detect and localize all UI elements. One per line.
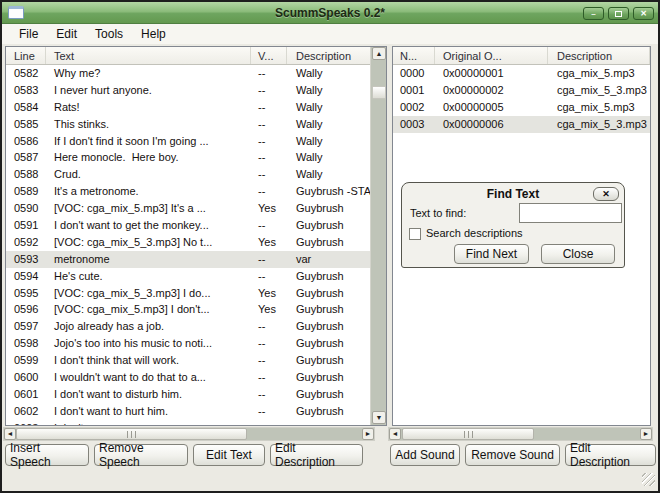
find-next-button[interactable]: Find Next — [454, 244, 529, 264]
table-row[interactable]: 0597Jojo already has a job.--Guybrush — [6, 318, 372, 335]
add-sound-button[interactable]: Add Sound — [390, 444, 460, 466]
table-row[interactable]: 0586If I don't find it soon I'm going ..… — [6, 133, 372, 150]
cell-voc: -- — [251, 116, 287, 133]
table-row[interactable]: 0591I don't want to get the monkey...--G… — [6, 217, 372, 234]
table-row[interactable]: 00020x00000005cga_mix_5.mp3 — [393, 99, 650, 116]
table-row[interactable]: 0598Jojo's too into his music to noti...… — [6, 335, 372, 352]
table-row[interactable]: 0594He's cute.--Guybrush — [6, 268, 372, 285]
table-row[interactable]: 0582Why me?--Wally — [6, 65, 372, 82]
cell-description: Wally — [287, 149, 372, 166]
cell-offset: 0x00000006 — [435, 116, 548, 133]
cell-voc: -- — [251, 82, 287, 99]
table-row[interactable]: 00010x00000002cga_mix_5_3.mp3 — [393, 82, 650, 99]
column-header[interactable]: Original O... — [435, 47, 548, 64]
speech-vertical-scrollbar[interactable]: ▲ ▼ — [370, 47, 386, 425]
column-header[interactable]: N... — [393, 47, 435, 64]
table-row[interactable]: 00000x00000001cga_mix_5.mp3 — [393, 65, 650, 82]
scroll-right-icon: ► — [365, 430, 372, 437]
cell-line: 0586 — [6, 133, 46, 150]
table-row[interactable]: 0599I don't think that will work.--Guybr… — [6, 352, 372, 369]
table-row[interactable]: 0587Here monocle. Here boy.--Wally — [6, 149, 372, 166]
scroll-left-icon: ◄ — [392, 430, 399, 437]
cell-text: This stinks. — [46, 116, 251, 133]
menu-item-file[interactable]: File — [10, 25, 47, 44]
cell-voc: -- — [251, 335, 287, 352]
close-icon: ✕ — [602, 189, 610, 199]
column-header[interactable]: Description — [548, 47, 650, 64]
scroll-up-icon: ▲ — [376, 50, 383, 57]
minimize-icon: – — [591, 10, 595, 18]
maximize-button[interactable] — [608, 7, 629, 20]
table-row[interactable]: 0585This stinks.--Wally — [6, 116, 372, 133]
edit-text-button[interactable]: Edit Text — [193, 444, 265, 466]
cell-line: 0585 — [6, 116, 46, 133]
cell-voc: Yes — [251, 234, 287, 251]
menu-item-help[interactable]: Help — [132, 25, 175, 44]
cell-text: [VOC: cga_mix_5_3.mp3] I do... — [46, 285, 251, 302]
cell-text: Rats! — [46, 99, 251, 116]
table-row[interactable]: 0602I don't want to hurt him.--Guybrush — [6, 403, 372, 420]
column-header[interactable]: Line — [6, 47, 46, 64]
close-button[interactable]: ✕ — [633, 7, 654, 20]
table-row[interactable]: 0603I don't... — [6, 420, 372, 426]
edit-description-button[interactable]: Edit Description — [565, 444, 656, 466]
cell-description — [287, 420, 372, 426]
cell-text: I don't... — [46, 420, 251, 426]
scroll-left-button[interactable]: ◄ — [4, 428, 16, 440]
edit-description-button[interactable]: Edit Description — [270, 444, 363, 466]
insert-speech-button[interactable]: Insert Speech — [5, 444, 89, 466]
scroll-down-button[interactable]: ▼ — [372, 411, 386, 424]
minimize-button[interactable]: – — [583, 7, 604, 20]
speech-table-body: 0582Why me?--Wally0583I never hurt anyon… — [6, 65, 372, 426]
search-descriptions-checkbox[interactable] — [409, 228, 421, 240]
table-row[interactable]: 00030x00000006cga_mix_5_3.mp3 — [393, 116, 650, 133]
cell-description: cga_mix_5.mp3 — [548, 99, 650, 116]
cell-num: 0003 — [393, 116, 435, 133]
find-input[interactable] — [519, 203, 622, 223]
cell-text: Jojo's too into his music to noti... — [46, 335, 251, 352]
column-header[interactable]: V... — [251, 47, 287, 64]
cell-offset: 0x00000001 — [435, 65, 548, 82]
cell-text: If I don't find it soon I'm going ... — [46, 133, 251, 150]
table-row[interactable]: 0588Crud.--Wally — [6, 166, 372, 183]
cell-description: Guybrush — [287, 268, 372, 285]
scrollbar-thumb[interactable] — [372, 86, 386, 99]
scroll-right-button[interactable]: ► — [640, 428, 652, 440]
sound-horizontal-scrollbar[interactable]: ◄ ► — [388, 427, 653, 441]
table-row[interactable]: 0584Rats!--Wally — [6, 99, 372, 116]
table-row[interactable]: 0595[VOC: cga_mix_5_3.mp3] I do...YesGuy… — [6, 285, 372, 302]
menu-item-tools[interactable]: Tools — [86, 25, 132, 44]
cell-description: Wally — [287, 166, 372, 183]
table-row[interactable]: 0592[VOC: cga_mix_5_3.mp3] No t...YesGuy… — [6, 234, 372, 251]
cell-text: It's a metronome. — [46, 183, 251, 200]
table-row[interactable]: 0596[VOC: cga_mix_5.mp3] I don't...YesGu… — [6, 301, 372, 318]
speech-horizontal-scrollbar[interactable]: ◄ ► — [3, 427, 375, 441]
table-row[interactable]: 0593metronome--var — [6, 251, 372, 268]
scrollbar-thumb[interactable] — [16, 428, 247, 440]
scroll-left-button[interactable]: ◄ — [389, 428, 401, 440]
cell-line: 0595 — [6, 285, 46, 302]
scroll-right-button[interactable]: ► — [362, 428, 374, 440]
cell-voc: -- — [251, 268, 287, 285]
remove-speech-button[interactable]: Remove Speech — [94, 444, 188, 466]
table-row[interactable]: 0600I wouldn't want to do that to a...--… — [6, 369, 372, 386]
column-header[interactable]: Text — [46, 47, 251, 64]
cell-voc: -- — [251, 369, 287, 386]
dialog-close-action-button[interactable]: Close — [541, 244, 615, 264]
cell-offset: 0x00000002 — [435, 82, 548, 99]
cell-line: 0603 — [6, 420, 46, 426]
cell-voc: -- — [251, 166, 287, 183]
resize-grip[interactable] — [642, 473, 655, 486]
scrollbar-thumb[interactable] — [402, 428, 534, 440]
dialog-close-button[interactable]: ✕ — [593, 187, 619, 201]
table-row[interactable]: 0601I don't want to disturb him.--Guybru… — [6, 386, 372, 403]
menu-item-edit[interactable]: Edit — [47, 25, 86, 44]
table-row[interactable]: 0589It's a metronome.--Guybrush -STA — [6, 183, 372, 200]
cell-line: 0602 — [6, 403, 46, 420]
table-row[interactable]: 0583I never hurt anyone.--Wally — [6, 82, 372, 99]
maximize-icon — [615, 11, 622, 17]
scroll-up-button[interactable]: ▲ — [372, 47, 386, 60]
remove-sound-button[interactable]: Remove Sound — [465, 444, 560, 466]
cell-description: Guybrush — [287, 335, 372, 352]
table-row[interactable]: 0590[VOC: cga_mix_5.mp3] It's a ...YesGu… — [6, 200, 372, 217]
